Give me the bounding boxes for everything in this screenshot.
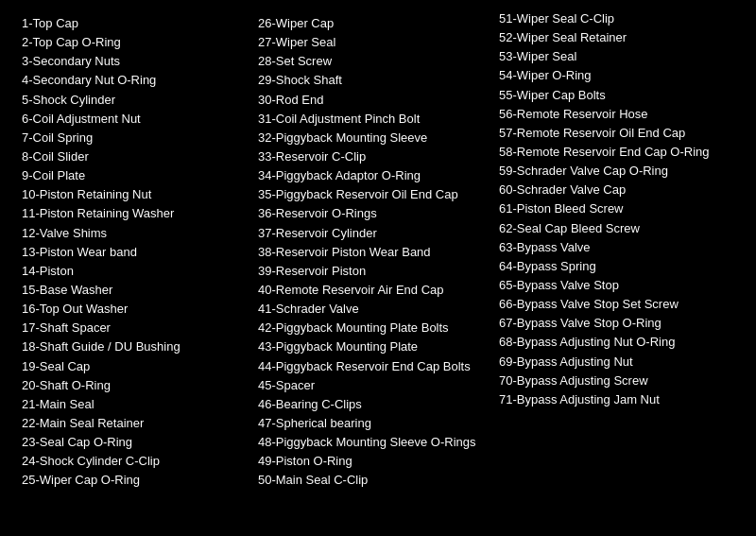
list-item: 37-Reservoir Cylinder [258,224,484,243]
list-item: 63-Bypass Valve [499,238,748,257]
list-item: 46-Bearing C-Clips [258,395,484,414]
list-item: 53-Wiper Seal [499,47,748,66]
list-item: 56-Remote Reservoir Hose [499,105,748,124]
list-item: 55-Wiper Cap Bolts [499,86,748,105]
list-item: 60-Schrader Valve Cap [499,181,748,199]
list-item: 69-Bypass Adjusting Nut [499,353,748,372]
list-item: 67-Bypass Valve Stop O-Ring [499,314,748,333]
list-item: 41-Schrader Valve [258,300,484,319]
list-item: 11-Piston Retaining Washer [22,204,243,223]
list-item: 21-Main Seal [22,395,243,414]
list-item: 44-Piggyback Reservoir End Cap Bolts [258,357,484,376]
list-item: 12-Valve Shims [22,224,243,243]
list-item: 25-Wiper Cap O-Ring [22,471,243,490]
list-item: 43-Piggyback Mounting Plate [258,337,484,356]
list-item: 66-Bypass Valve Stop Set Screw [499,295,748,314]
list-item: 19-Seal Cap [22,357,243,376]
list-item: 47-Spherical bearing [258,414,484,433]
list-item: 17-Shaft Spacer [22,319,243,337]
list-item: 49-Piston O-Ring [258,452,484,471]
list-item: 64-Bypass Spring [499,257,748,276]
list-item: 1-Top Cap [22,14,243,33]
list-item: 7-Coil Spring [22,129,243,147]
list-item: 14-Piston [22,262,243,281]
list-item: 18-Shaft Guide / DU Bushing [22,337,243,356]
column-1: 1-Top Cap2-Top Cap O-Ring3-Secondary Nut… [14,9,250,495]
list-item: 59-Schrader Valve Cap O-Ring [499,162,748,181]
list-item: 70-Bypass Adjusting Screw [499,372,748,390]
list-item: 20-Shaft O-Ring [22,376,243,395]
column-3: 51-Wiper Seal C-Clip52-Wiper Seal Retain… [491,9,756,495]
list-item: 29-Shock Shaft [258,71,484,90]
list-item: 16-Top Out Washer [22,300,243,319]
list-item: 3-Secondary Nuts [22,52,243,71]
list-item: 50-Main Seal C-Clip [258,471,484,490]
list-item: 9-Coil Plate [22,166,243,185]
list-item: 62-Seal Cap Bleed Screw [499,219,748,238]
list-item: 31-Coil Adjustment Pinch Bolt [258,110,484,129]
list-item: 23-Seal Cap O-Ring [22,433,243,452]
list-item: 58-Remote Reservoir End Cap O-Ring [499,143,748,162]
list-item: 61-Piston Bleed Screw [499,199,748,218]
list-item: 52-Wiper Seal Retainer [499,28,748,47]
list-item: 32-Piggyback Mounting Sleeve [258,129,484,147]
list-item: 28-Set Screw [258,52,484,71]
list-item: 5-Shock Cylinder [22,91,243,110]
list-item: 15-Base Washer [22,281,243,300]
column-2: 26-Wiper Cap27-Wiper Seal28-Set Screw29-… [250,9,491,495]
list-item: 10-Piston Retaining Nut [22,185,243,204]
list-item: 54-Wiper O-Ring [499,66,748,85]
list-item: 2-Top Cap O-Ring [22,33,243,52]
list-item: 40-Remote Reservoir Air End Cap [258,281,484,300]
list-item: 34-Piggyback Adaptor O-Ring [258,166,484,185]
list-item: 39-Reservoir Piston [258,262,484,281]
list-item: 24-Shock Cylinder C-Clip [22,452,243,471]
list-item: 4-Secondary Nut O-Ring [22,71,243,90]
list-item: 8-Coil Slider [22,147,243,166]
list-item: 35-Piggyback Reservoir Oil End Cap [258,185,484,204]
list-item: 36-Reservoir O-Rings [258,204,484,223]
list-item: 48-Piggyback Mounting Sleeve O-Rings [258,433,484,452]
list-item: 6-Coil Adjustment Nut [22,110,243,129]
list-item: 65-Bypass Valve Stop [499,276,748,295]
list-item: 57-Remote Reservoir Oil End Cap [499,124,748,143]
list-item: 27-Wiper Seal [258,33,484,52]
list-item: 33-Reservoir C-Clip [258,147,484,166]
list-item: 38-Reservoir Piston Wear Band [258,243,484,262]
list-item: 68-Bypass Adjusting Nut O-Ring [499,333,748,352]
list-item: 30-Rod End [258,91,484,110]
list-item: 45-Spacer [258,376,484,395]
list-item: 71-Bypass Adjusting Jam Nut [499,390,748,409]
list-item: 22-Main Seal Retainer [22,414,243,433]
list-item: 42-Piggyback Mounting Plate Bolts [258,319,484,337]
list-item: 51-Wiper Seal C-Clip [499,9,748,28]
list-item: 13-Piston Wear band [22,243,243,262]
parts-list: 1-Top Cap2-Top Cap O-Ring3-Secondary Nut… [14,9,742,495]
list-item: 26-Wiper Cap [258,14,484,33]
